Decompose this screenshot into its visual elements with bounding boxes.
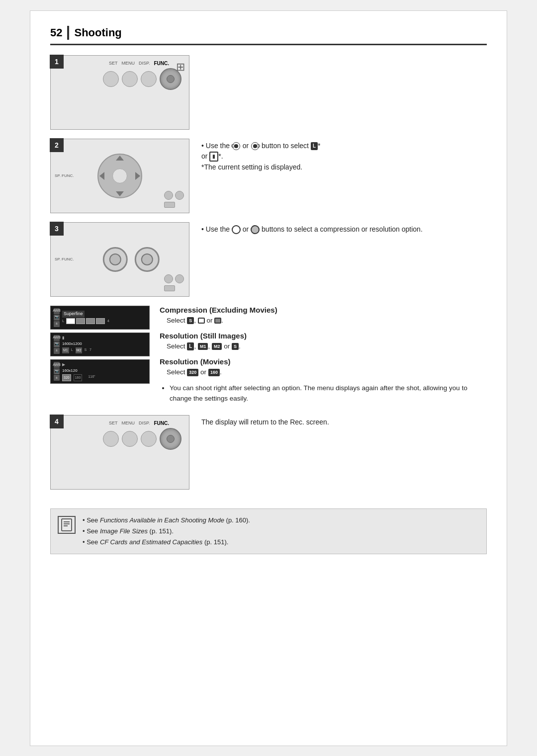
lcd-squares-3: 320 160 116" bbox=[62, 374, 146, 382]
res-movies-heading: Resolution (Movies) bbox=[160, 357, 487, 366]
big-circle-inner-right bbox=[141, 253, 153, 265]
lcd-duration: 116" bbox=[88, 374, 95, 382]
step3-or: or bbox=[243, 225, 249, 233]
page: 52 Shooting 1 SET MENU DISP. FUNC. bbox=[30, 10, 507, 746]
lcd-superfine: Superfine bbox=[62, 311, 85, 318]
icon-S-res: S bbox=[232, 343, 239, 350]
note-italic-1: Functions Available in Each Shooting Mod… bbox=[100, 516, 224, 524]
note-italic-3: CF Cards and Estimated Capacities bbox=[100, 538, 202, 546]
lcd-icon-awb2: AWB bbox=[54, 335, 60, 341]
dpad-left-2 bbox=[99, 172, 104, 180]
camera-labels-4: SET MENU DISP. FUNC. bbox=[56, 420, 184, 426]
res-movies-text: Select 320 or 160. bbox=[167, 367, 487, 377]
step2-or: or bbox=[243, 142, 249, 150]
header-divider bbox=[67, 26, 69, 40]
icon-L: L bbox=[311, 142, 318, 150]
icon-L-res: L bbox=[187, 342, 194, 350]
step3-row: 3 SP. FUNC. bbox=[50, 222, 487, 297]
icon-160: 160 bbox=[208, 369, 220, 376]
camera-labels-1: SET MENU DISP. FUNC. bbox=[56, 61, 184, 66]
lcd-160: 160 bbox=[74, 374, 83, 382]
dpad-2 bbox=[97, 154, 142, 198]
lcd-l-label: L bbox=[62, 318, 64, 324]
lcd-main-2: ▮ 1600x1200 M1 L M2 S 7 bbox=[62, 335, 146, 354]
resolution-movies-section: Resolution (Movies) Select 320 or 160. bbox=[160, 357, 487, 377]
lcd-s2: S bbox=[84, 347, 87, 354]
dpad-center-2 bbox=[112, 168, 127, 183]
lcd-sq-4 bbox=[96, 318, 105, 324]
lcd-movie-icon: ▶ bbox=[62, 362, 146, 368]
lcd-m1: M1 bbox=[62, 347, 69, 354]
lcd-icon-iso: 📷 bbox=[54, 315, 60, 321]
page-header: 52 Shooting bbox=[50, 26, 487, 45]
lcd-icons-1: AWB 📷 ± bbox=[54, 308, 60, 327]
camera-side-3: SP. FUNC. bbox=[51, 223, 189, 296]
lcd-l2: L bbox=[71, 347, 73, 354]
two-circles bbox=[103, 247, 160, 272]
btn-menu-4 bbox=[122, 431, 138, 447]
icon-sq2 bbox=[214, 318, 221, 324]
compression-select: Select bbox=[167, 317, 185, 324]
step2-camera: 2 SP. FUNC. bbox=[50, 139, 189, 213]
small-btn-3 bbox=[164, 274, 173, 283]
lcd-sq-2 bbox=[76, 318, 85, 324]
note-content: • See Functions Available in Each Shooti… bbox=[83, 515, 250, 548]
res-still-select: Select bbox=[167, 342, 185, 350]
step2-text: • Use the or button to select L* or ▮*. … bbox=[201, 139, 487, 176]
grip-icon: ⊞ bbox=[176, 61, 185, 74]
step3-camera: 3 SP. FUNC. bbox=[50, 222, 189, 297]
res-movies-or: or bbox=[200, 368, 206, 376]
btn-func-4 bbox=[160, 428, 181, 450]
lcd-resolution: 1600x1200 bbox=[62, 341, 146, 347]
camera-buttons-1 bbox=[56, 68, 184, 90]
main-bullets: You can shoot right after selecting an o… bbox=[160, 383, 487, 405]
lcd-num-1: 4 bbox=[107, 318, 109, 324]
step1-badge: 1 bbox=[50, 55, 64, 69]
lcd-icon-awb: AWB bbox=[54, 308, 60, 314]
step1-row: 1 SET MENU DISP. FUNC. ⊞ bbox=[50, 55, 487, 130]
lcd-main-1: Superfine L 4 bbox=[62, 311, 146, 324]
btn-disp-4 bbox=[141, 431, 157, 447]
label-func: FUNC. bbox=[154, 61, 169, 66]
label-func-4: FUNC. bbox=[154, 420, 169, 426]
res-movies-select: Select bbox=[167, 368, 185, 376]
camera-buttons-4 bbox=[56, 428, 184, 450]
side-label-3: SP. FUNC. bbox=[55, 256, 74, 262]
note-icon bbox=[58, 516, 76, 534]
side-label-2: SP. FUNC. bbox=[55, 173, 74, 178]
resolution-still-section: Resolution (Still Images) Select L, M1, … bbox=[160, 332, 487, 351]
lcd-inner-1: AWB 📷 ± Superfine L bbox=[54, 308, 146, 327]
step2-row: 2 SP. FUNC. bbox=[50, 139, 487, 213]
header-title: Shooting bbox=[74, 26, 121, 39]
res-still-text: Select L, M1, M2 or S. bbox=[167, 341, 487, 351]
lcd-icon-awb3: AWB bbox=[54, 362, 60, 368]
compression-heading: Compression (Excluding Movies) bbox=[160, 306, 487, 314]
note-section: • See Functions Available in Each Shooti… bbox=[50, 508, 487, 554]
lcd-num-2: 7 bbox=[90, 347, 91, 354]
dial-symbol-left bbox=[232, 225, 241, 234]
lcd-section: AWB 📷 ± Superfine L bbox=[50, 306, 487, 406]
bullet-1: You can shoot right after selecting an o… bbox=[170, 383, 487, 404]
btn-disp bbox=[141, 71, 157, 87]
icon-sq1 bbox=[198, 318, 205, 324]
big-circle-inner-left bbox=[109, 253, 121, 265]
small-rect-btn bbox=[164, 202, 175, 208]
lcd-320: 320 bbox=[62, 374, 71, 382]
icon-rect: ▮ bbox=[209, 152, 218, 162]
note-line-3: • See CF Cards and Estimated Capacities … bbox=[83, 537, 250, 548]
lcd-squares-1: L 4 bbox=[62, 318, 146, 324]
lcd-inner-3: AWB 📷 ± ▶ 160x120 320 160 116" bbox=[54, 362, 146, 382]
btn-set-4 bbox=[103, 431, 119, 447]
label-disp-4: DISP. bbox=[139, 420, 150, 426]
camera-side-2: SP. FUNC. bbox=[51, 139, 189, 213]
compression-section: Compression (Excluding Movies) Select S,… bbox=[160, 306, 487, 326]
lcd-m2: M2 bbox=[76, 347, 83, 354]
dpad-right-2 bbox=[135, 172, 140, 180]
step1-camera: 1 SET MENU DISP. FUNC. ⊞ bbox=[50, 55, 189, 130]
lcd-icon-ev: ± bbox=[54, 321, 60, 327]
lcd-screen-2: AWB 📷 ± ▮ 1600x1200 M1 L M2 bbox=[50, 333, 150, 356]
svg-rect-0 bbox=[62, 519, 72, 531]
step4-row: 4 SET MENU DISP. FUNC. bbox=[50, 415, 487, 490]
lcd-icon-iso3: 📷 bbox=[54, 368, 60, 374]
note-italic-2: Image File Sizes bbox=[100, 527, 148, 535]
